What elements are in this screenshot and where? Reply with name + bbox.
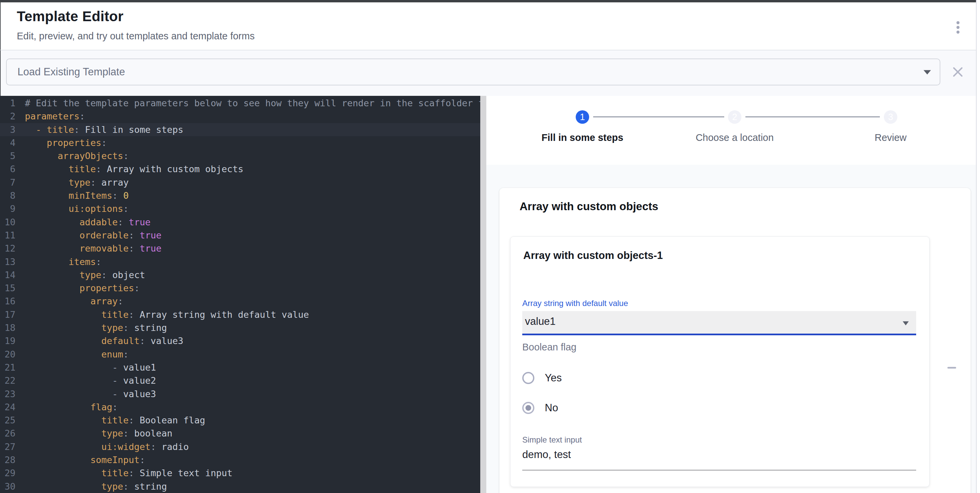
yaml-code-editor[interactable]: 1# Edit the template parameters below to…: [0, 96, 480, 493]
radio-option-yes[interactable]: Yes: [522, 371, 562, 385]
text-field-input[interactable]: demo, test: [522, 448, 571, 461]
code-line: 22 - value2: [0, 374, 480, 387]
code-line: 19 default: value3: [0, 334, 480, 348]
select-field-value: value1: [525, 316, 555, 327]
step-3-circle[interactable]: 3: [884, 110, 897, 124]
array-item-card: Array with custom objects-1 Array string…: [510, 236, 929, 487]
step-2-label: Choose a location: [661, 132, 808, 143]
window-top-edge: [0, 0, 976, 2]
code-line: 29 title: Simple text input: [0, 466, 480, 480]
code-line: 16 array:: [0, 295, 480, 308]
form-preview-area: Array with custom objects Array with cus…: [486, 165, 976, 493]
code-line: 27 ui:widget: radio: [0, 440, 480, 453]
page-scrollbar[interactable]: [976, 0, 980, 493]
select-field-label: Array string with default value: [522, 298, 628, 308]
code-line: 6 title: Array with custom objects: [0, 163, 480, 176]
template-editor-app: Template Editor Edit, preview, and try o…: [0, 0, 980, 493]
step-3-number: 3: [888, 112, 893, 123]
text-field-underline: [522, 470, 916, 471]
step-1-label: Fill in some steps: [509, 132, 656, 143]
form-section-card: Array with custom objects Array with cus…: [500, 188, 970, 493]
code-line: 3 - title: Fill in some steps: [0, 123, 480, 136]
code-line: 2parameters:: [0, 110, 480, 123]
close-icon: [952, 66, 964, 78]
step-1-circle[interactable]: 1: [576, 110, 589, 124]
preview-panel: 1 Fill in some steps 2 Choose a location…: [486, 96, 976, 493]
form-section-title: Array with custom objects: [520, 200, 659, 213]
step-3-label: Review: [817, 132, 964, 143]
page-title: Template Editor: [17, 8, 123, 24]
array-item-title: Array with custom objects-1: [523, 249, 663, 262]
code-line: 12 removable: true: [0, 242, 480, 255]
radio-icon: [522, 402, 535, 414]
page-subtitle: Edit, preview, and try out templates and…: [17, 30, 255, 42]
caret-down-icon: [924, 70, 931, 75]
code-line: 18 type: string: [0, 321, 480, 334]
code-line: 25 title: Boolean flag: [0, 414, 480, 427]
code-line: 24 flag:: [0, 400, 480, 414]
stepper: 1 Fill in some steps 2 Choose a location…: [486, 96, 976, 165]
code-line: 15 properties:: [0, 281, 480, 295]
code-line: 30 type: string: [0, 480, 480, 493]
remove-array-item-button[interactable]: [947, 364, 957, 371]
editor-scrollbar[interactable]: [480, 96, 486, 493]
array-string-select[interactable]: value1: [522, 311, 916, 335]
step-2-circle[interactable]: 2: [728, 110, 741, 124]
template-toolbar: Load Existing Template: [0, 50, 976, 96]
code-line: 14 type: object: [0, 268, 480, 281]
step-2-number: 2: [732, 112, 737, 123]
main-split: 1# Edit the template parameters below to…: [0, 96, 976, 493]
code-line: 17 title: Array string with default valu…: [0, 308, 480, 321]
kebab-menu-icon[interactable]: [950, 17, 965, 37]
code-line: 9 ui:options:: [0, 202, 480, 215]
radio-icon: [522, 372, 535, 384]
code-line: 28 someInput:: [0, 453, 480, 466]
radio-option-no[interactable]: No: [522, 401, 558, 415]
radio-group-label: Boolean flag: [522, 341, 576, 353]
code-line: 26 type: boolean: [0, 427, 480, 440]
radio-option-label: Yes: [545, 372, 562, 384]
code-line: 5 arrayObjects:: [0, 149, 480, 163]
stepper-connector: [593, 116, 724, 117]
code-line: 8 minItems: 0: [0, 189, 480, 202]
code-line: 20 enum:: [0, 348, 480, 361]
stepper-connector: [745, 116, 880, 117]
minus-icon: [947, 367, 956, 369]
code-line: 4 properties:: [0, 136, 480, 149]
code-line: 21 - value1: [0, 361, 480, 374]
code-line: 10 addable: true: [0, 215, 480, 229]
clear-template-button[interactable]: [950, 62, 966, 81]
code-line: 13 items:: [0, 255, 480, 268]
code-line: 1# Edit the template parameters below to…: [0, 97, 480, 110]
text-field-label: Simple text input: [522, 435, 582, 445]
load-template-placeholder: Load Existing Template: [18, 66, 125, 78]
code-line: 23 - value3: [0, 388, 480, 400]
caret-down-icon: [903, 321, 909, 325]
step-1-number: 1: [580, 112, 585, 123]
radio-option-label: No: [545, 402, 558, 414]
code-line: 7 type: array: [0, 176, 480, 189]
load-template-select[interactable]: Load Existing Template: [6, 59, 940, 85]
code-line: 11 orderable: true: [0, 229, 480, 242]
page-header: Template Editor Edit, preview, and try o…: [0, 2, 976, 50]
